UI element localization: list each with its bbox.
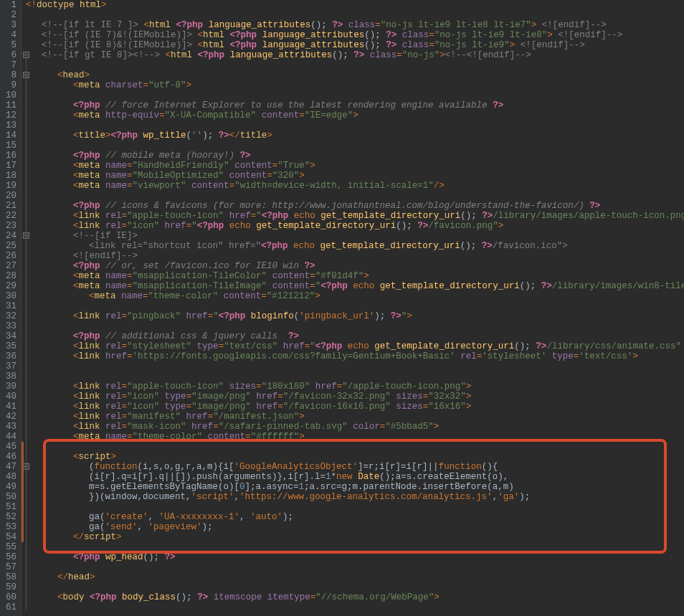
line-number: 32	[3, 311, 16, 321]
line-number: 27	[3, 261, 16, 271]
code-line[interactable]: <?php // mobile meta (hooray!) ?>	[26, 151, 684, 161]
code-line[interactable]: <?php // icons & favicons (for more: htt…	[26, 201, 684, 211]
code-line[interactable]: <link rel="mask-icon" href="/safari-pinn…	[26, 422, 684, 432]
line-number: 43	[3, 422, 16, 432]
code-line[interactable]	[26, 321, 684, 331]
code-line[interactable]	[26, 371, 684, 382]
code-line[interactable]: <meta name="HandheldFriendly" content="T…	[26, 161, 684, 171]
code-line[interactable]: })(window,document,'script','https://www…	[26, 492, 684, 502]
code-line[interactable]: m=s.getElementsByTagName(o)[0];a.async=1…	[26, 482, 684, 492]
code-line[interactable]: <link rel="icon" type="image/png" href="…	[26, 402, 684, 412]
line-number: 59	[3, 582, 16, 592]
code-line[interactable]: (i[r].q=i[r].q||[]).push(arguments)},i[r…	[26, 472, 684, 482]
line-number: 58	[3, 572, 16, 582]
code-line[interactable]: <head>	[26, 70, 684, 80]
line-number: 46	[3, 452, 16, 462]
code-line[interactable]	[26, 120, 684, 131]
code-line[interactable]: </script>	[26, 532, 684, 542]
code-line[interactable]: </head>	[26, 572, 684, 582]
code-line[interactable]	[26, 502, 684, 512]
code-line[interactable]: <meta name="theme-color" content="#12121…	[26, 291, 684, 301]
line-number: 39	[3, 382, 16, 392]
line-number: 48	[3, 472, 16, 482]
code-line[interactable]: <meta http-equiv="X-UA-Compatible" conte…	[26, 110, 684, 120]
line-number: 49	[3, 482, 16, 492]
line-number: 55	[3, 542, 16, 552]
code-line[interactable]: <link rel="icon" href="<?php echo get_te…	[26, 221, 684, 231]
code-line[interactable]: <meta charset="utf-8">	[26, 80, 684, 90]
line-number: 21	[3, 201, 16, 211]
line-number: 44	[3, 432, 16, 442]
line-number: 28	[3, 271, 16, 281]
code-line[interactable]: <link rel="icon" type="image/png" href="…	[26, 392, 684, 402]
code-line[interactable]: ga('send', 'pageview');	[26, 522, 684, 532]
line-number: 6	[3, 50, 16, 60]
code-line[interactable]: <meta name="theme-color" content="#fffff…	[26, 432, 684, 442]
code-line[interactable]: <meta name="msapplication-TileColor" con…	[26, 271, 684, 281]
line-number-gutter: 1234567891011121314151617181920212223242…	[0, 0, 22, 616]
line-number: 10	[3, 90, 16, 100]
line-number: 12	[3, 110, 16, 120]
code-line[interactable]	[26, 361, 684, 371]
code-line[interactable]: <link rel="apple-touch-icon" sizes="180x…	[26, 382, 684, 392]
code-line[interactable]	[26, 141, 684, 151]
code-line[interactable]: <!--[if IE]>	[26, 231, 684, 241]
line-number: 16	[3, 151, 16, 161]
code-line[interactable]	[26, 582, 684, 592]
line-number: 41	[3, 402, 16, 412]
code-line[interactable]: <link rel="manifest" href="/manifest.jso…	[26, 412, 684, 422]
code-line[interactable]: <meta name="MobileOptimized" content="32…	[26, 171, 684, 181]
code-line[interactable]: (function(i,s,o,g,r,a,m){i['GoogleAnalyt…	[26, 462, 684, 472]
code-editor[interactable]: 1234567891011121314151617181920212223242…	[0, 0, 684, 616]
line-number: 24	[3, 231, 16, 241]
code-area[interactable]: <!doctype html><!--[if lt IE 7 ]> <html …	[22, 0, 684, 616]
code-line[interactable]	[26, 301, 684, 311]
code-line[interactable]: <meta name="viewport" content="width=dev…	[26, 181, 684, 191]
code-line[interactable]: <!--[if lt IE 7 ]> <html <?php language_…	[26, 20, 684, 30]
line-number: 4	[3, 30, 16, 40]
code-line[interactable]: <link rel="stylesheet" type="text/css" h…	[26, 341, 684, 351]
code-line[interactable]: <body <?php body_class(); ?> itemscope i…	[26, 592, 684, 602]
line-number: 19	[3, 181, 16, 191]
line-number: 40	[3, 392, 16, 402]
code-line[interactable]	[26, 442, 684, 452]
line-number: 17	[3, 161, 16, 171]
code-line[interactable]: <!--[if gt IE 8]><!--> <html <?php langu…	[26, 50, 684, 60]
code-line[interactable]	[26, 90, 684, 100]
line-number: 18	[3, 171, 16, 181]
line-number: 7	[3, 60, 16, 70]
code-line[interactable]: <link rel="apple-touch-icon" href="<?php…	[26, 211, 684, 221]
line-number: 9	[3, 80, 16, 90]
code-line[interactable]	[26, 602, 684, 612]
code-line[interactable]: <?php // additional css & jquery calls ?…	[26, 331, 684, 341]
code-line[interactable]	[26, 562, 684, 572]
line-number: 52	[3, 512, 16, 522]
line-number: 36	[3, 351, 16, 361]
line-number: 51	[3, 502, 16, 512]
code-line[interactable]: <?php // or, set /favicon.ico for IE10 w…	[26, 261, 684, 271]
code-line[interactable]: <!doctype html>	[26, 0, 684, 10]
code-line[interactable]: <!--[if (IE 8)&!(IEMobile)]> <html <?php…	[26, 40, 684, 50]
line-number: 60	[3, 592, 16, 602]
code-line[interactable]: <link href='https://fonts.googleapis.com…	[26, 351, 684, 361]
line-number: 50	[3, 492, 16, 502]
code-line[interactable]	[26, 60, 684, 70]
line-number: 61	[3, 602, 16, 612]
line-number: 11	[3, 100, 16, 110]
code-line[interactable]: <link rel="pingback" href="<?php bloginf…	[26, 311, 684, 321]
code-line[interactable]: ga('create', 'UA-xxxxxxxx-1', 'auto');	[26, 512, 684, 522]
line-number: 33	[3, 321, 16, 331]
code-line[interactable]: <!--[if (IE 7)&!(IEMobile)]> <html <?php…	[26, 30, 684, 40]
line-number: 30	[3, 291, 16, 301]
code-line[interactable]: <link rel="shortcut icon" href="<?php ec…	[26, 241, 684, 251]
code-line[interactable]: <script>	[26, 452, 684, 462]
code-line[interactable]: <?php // force Internet Explorer to use …	[26, 100, 684, 110]
code-line[interactable]: <title><?php wp_title(''); ?></title>	[26, 131, 684, 141]
code-line[interactable]	[26, 191, 684, 201]
code-line[interactable]: <![endif]-->	[26, 251, 684, 261]
code-line[interactable]	[26, 10, 684, 20]
line-number: 25	[3, 241, 16, 251]
code-line[interactable]	[26, 542, 684, 552]
code-line[interactable]: <?php wp_head(); ?>	[26, 552, 684, 562]
code-line[interactable]: <meta name="msapplication-TileImage" con…	[26, 281, 684, 291]
